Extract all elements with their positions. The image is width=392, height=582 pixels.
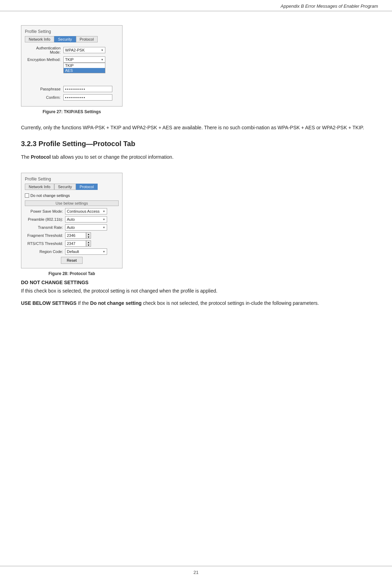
power-save-value: Continuous Access bbox=[67, 209, 100, 213]
rts-value-display: 2347 bbox=[65, 240, 86, 247]
rts-spin-down[interactable]: ▼ bbox=[86, 244, 91, 246]
transmit-select[interactable]: Auto ▼ bbox=[65, 224, 107, 231]
passphrase-control: •••••••••• bbox=[63, 86, 112, 92]
page-header: Appendix B Error Messages of Enabler Pro… bbox=[0, 0, 392, 11]
transmit-row: Transmit Rate: Auto ▼ bbox=[25, 224, 119, 231]
section-323-heading: 3.2.3 Profile Setting—Protocol Tab bbox=[21, 140, 371, 148]
do-not-change-text: If this check box is selected, the proto… bbox=[21, 287, 371, 295]
section-323-intro: The Protocol tab allows you to set or ch… bbox=[21, 153, 371, 161]
enc-option-tkip[interactable]: TKIP bbox=[64, 63, 105, 68]
fragment-label: Fragment Threshold: bbox=[25, 233, 65, 238]
profile-setting-box-27: Profile Setting Network Info Security Pr… bbox=[21, 25, 122, 107]
auth-mode-select[interactable]: WPA2-PSK ▼ bbox=[63, 47, 105, 53]
auth-mode-row: Authentication Mode: WPA2-PSK ▼ bbox=[25, 46, 119, 54]
fragment-spin-arrows: ▲ ▼ bbox=[86, 232, 91, 239]
region-label: Region Code: bbox=[25, 249, 65, 254]
figure27-container: Profile Setting Network Info Security Pr… bbox=[21, 25, 371, 114]
preamble-label: Preamble (802.11b): bbox=[25, 217, 65, 221]
preamble-arrow: ▼ bbox=[103, 218, 105, 221]
power-save-row: Power Save Mode: Continuous Access ▼ bbox=[25, 208, 119, 214]
figure28-caption: Figure 28: Protocol Tab bbox=[21, 271, 122, 276]
enc-method-select[interactable]: TKIP ▼ bbox=[63, 56, 105, 63]
intro-text: The bbox=[21, 154, 31, 160]
enc-option-aes[interactable]: AES bbox=[64, 68, 105, 73]
figure27-tabbar: Network Info Security Protocol bbox=[25, 36, 119, 42]
tab-network-info-27[interactable]: Network Info bbox=[25, 36, 54, 42]
tab-security-28[interactable]: Security bbox=[54, 184, 76, 190]
preamble-select[interactable]: Auto ▼ bbox=[65, 216, 107, 222]
power-save-arrow: ▼ bbox=[103, 210, 105, 213]
transmit-label: Transmit Rate: bbox=[25, 225, 65, 230]
fragment-spin-down[interactable]: ▼ bbox=[86, 235, 91, 238]
figure28-tabbar: Network Info Security Protocol bbox=[25, 184, 119, 190]
enc-method-arrow: ▼ bbox=[101, 58, 104, 61]
page-content: Profile Setting Network Info Security Pr… bbox=[0, 11, 392, 333]
use-below-section: USE BELOW SETTINGS If the Do not change … bbox=[21, 300, 371, 307]
confirm-field[interactable]: •••••••••• bbox=[63, 94, 112, 101]
region-arrow: ▼ bbox=[103, 250, 105, 253]
reset-button[interactable]: Reset bbox=[61, 257, 83, 264]
region-row: Region Code: Default ▼ bbox=[25, 248, 119, 255]
paragraph1: Currently, only the functions WPA-PSK + … bbox=[21, 124, 371, 131]
auth-mode-arrow: ▼ bbox=[101, 49, 104, 52]
rts-spinbox: 2347 ▲ ▼ bbox=[65, 240, 91, 247]
rts-row: RTS/CTS Threshold: 2347 ▲ ▼ bbox=[25, 240, 119, 247]
confirm-label: Confirm: bbox=[25, 95, 63, 100]
tab-protocol-28[interactable]: Protocol bbox=[76, 184, 98, 190]
power-save-select[interactable]: Continuous Access ▼ bbox=[65, 208, 107, 214]
header-title: Appendix B Error Messages of Enabler Pro… bbox=[281, 4, 378, 9]
tab-security-27[interactable]: Security bbox=[54, 36, 76, 42]
confirm-row: Confirm: •••••••••• bbox=[25, 94, 119, 101]
figure27-title: Profile Setting bbox=[25, 29, 119, 34]
enc-method-row: Encryption Method: TKIP ▼ TKIP AES bbox=[25, 56, 119, 63]
protocol-box-28: Profile Setting Network Info Security Pr… bbox=[21, 173, 122, 268]
do-not-change-heading: DO NOT CHANGE SETTINGS bbox=[21, 280, 371, 285]
figure28-container: Profile Setting Network Info Security Pr… bbox=[21, 173, 371, 276]
enc-tkip-value: TKIP bbox=[65, 57, 74, 62]
enc-dropdown-list: TKIP AES bbox=[63, 63, 105, 73]
auth-mode-value: WPA2-PSK bbox=[65, 48, 85, 52]
auth-mode-control: WPA2-PSK ▼ bbox=[63, 47, 105, 53]
use-below-settings-label: Use below settings bbox=[25, 200, 119, 206]
page-number: 21 bbox=[194, 570, 198, 575]
transmit-arrow: ▼ bbox=[103, 226, 105, 229]
passphrase-label: Passphrase bbox=[25, 87, 63, 91]
fragment-row: Fragment Threshold: 2346 ▲ ▼ bbox=[25, 232, 119, 239]
figure28-title: Profile Setting bbox=[25, 177, 119, 182]
intro-rest: tab allows you to set or change the prot… bbox=[51, 154, 174, 160]
fragment-spinbox: 2346 ▲ ▼ bbox=[65, 232, 91, 239]
region-value: Default bbox=[67, 249, 79, 254]
use-below-heading: USE BELOW SETTINGS bbox=[21, 300, 77, 306]
fragment-value-display: 2346 bbox=[65, 232, 86, 239]
figure27-caption: Figure 27: TKIP/AES Settings bbox=[21, 109, 122, 114]
rts-spin-up[interactable]: ▲ bbox=[86, 241, 91, 244]
enc-method-label: Encryption Method: bbox=[25, 57, 63, 62]
power-save-label: Power Save Mode: bbox=[25, 209, 65, 213]
enc-method-control: TKIP ▼ TKIP AES bbox=[63, 56, 105, 63]
rts-label: RTS/CTS Threshold: bbox=[25, 241, 65, 246]
preamble-row: Preamble (802.11b): Auto ▼ bbox=[25, 216, 119, 222]
do-not-change-checkbox[interactable] bbox=[25, 193, 29, 198]
preamble-value: Auto bbox=[67, 217, 75, 221]
transmit-value: Auto bbox=[67, 225, 75, 230]
use-below-bold: Do not change setting bbox=[90, 300, 142, 306]
auth-mode-label: Authentication Mode: bbox=[25, 46, 63, 54]
page-footer: 21 bbox=[0, 566, 392, 575]
rts-spin-arrows: ▲ ▼ bbox=[86, 240, 91, 247]
confirm-control: •••••••••• bbox=[63, 94, 112, 101]
tab-network-info-28[interactable]: Network Info bbox=[25, 184, 54, 190]
passphrase-row: Passphrase •••••••••• bbox=[25, 86, 119, 92]
region-select[interactable]: Default ▼ bbox=[65, 248, 107, 255]
passphrase-field[interactable]: •••••••••• bbox=[63, 86, 112, 92]
tab-protocol-27[interactable]: Protocol bbox=[76, 36, 98, 42]
use-below-rest: check box is not selected, the protocol … bbox=[143, 300, 319, 306]
use-below-intro: If the bbox=[78, 300, 90, 306]
fragment-spin-up[interactable]: ▲ bbox=[86, 233, 91, 235]
do-not-change-row: Do not change settings bbox=[25, 193, 119, 198]
intro-bold: Protocol bbox=[31, 154, 51, 160]
do-not-change-label: Do not change settings bbox=[30, 193, 70, 198]
